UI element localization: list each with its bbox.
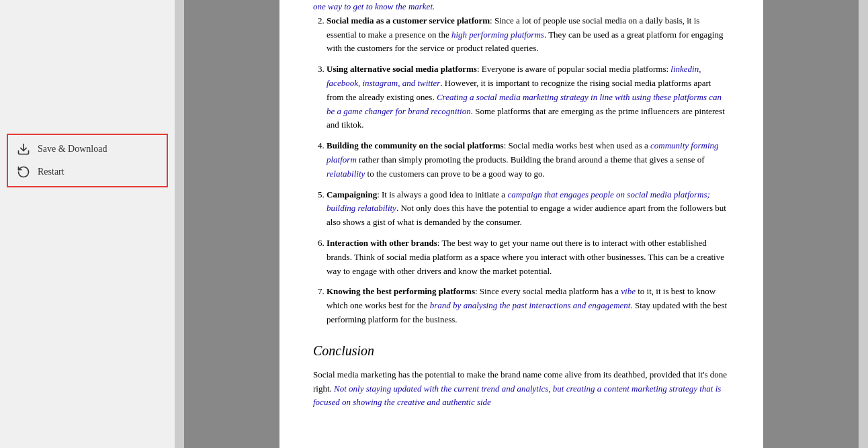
- sidebar-top-space: [0, 0, 175, 127]
- list-item: Knowing the best performing platforms: S…: [327, 285, 730, 326]
- conclusion-section: Conclusion Social media marketing has th…: [313, 341, 730, 410]
- list-item: Using alternative social media platforms…: [327, 62, 730, 132]
- action-buttons-container: Save & Download Restart: [7, 134, 168, 187]
- page-content: one way to get to know the market. Socia…: [279, 0, 763, 448]
- list-item: Building the community on the social pla…: [327, 139, 730, 181]
- list-item: Interaction with other brands: The best …: [327, 236, 730, 278]
- intro-blue-text: one way to get to know the market.: [313, 1, 435, 11]
- left-sidebar: Save & Download Restart ​: [0, 0, 175, 448]
- download-icon: [16, 142, 31, 156]
- save-download-label: Save & Download: [38, 144, 107, 154]
- list-item: Social media as a customer service platf…: [327, 14, 730, 56]
- sidebar-bottom-space: [0, 194, 175, 448]
- save-download-button[interactable]: Save & Download: [16, 140, 159, 158]
- left-scrollbar[interactable]: [175, 0, 184, 448]
- conclusion-heading: Conclusion: [313, 341, 730, 361]
- right-scrollbar[interactable]: [859, 0, 868, 448]
- main-content-wrapper: one way to get to know the market. Socia…: [184, 0, 859, 448]
- restart-label: Restart: [38, 167, 64, 177]
- intro-text: one way to get to know the market.: [313, 0, 730, 14]
- list-item: Campaigning: It is always a good idea to…: [327, 188, 730, 230]
- content-list: Social media as a customer service platf…: [313, 14, 730, 327]
- restart-button[interactable]: Restart: [16, 163, 159, 181]
- restart-icon: [16, 165, 31, 179]
- conclusion-text: Social media marketing has the potential…: [313, 368, 730, 410]
